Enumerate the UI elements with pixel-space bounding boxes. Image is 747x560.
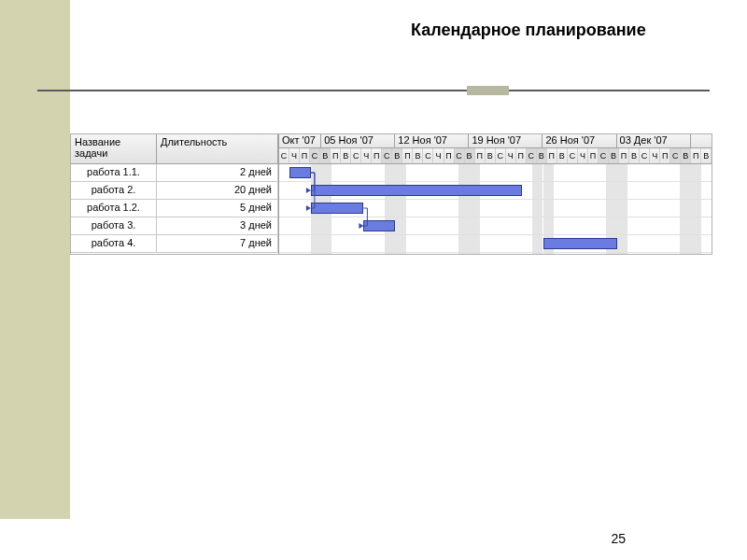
day-header: В (681, 148, 691, 163)
task-duration: 3 дней (157, 217, 278, 234)
week-header: 03 Дек '07 (617, 134, 691, 147)
day-header: В (701, 148, 712, 163)
task-row: работа 1.1.2 дней (71, 164, 278, 182)
day-header: В (609, 148, 619, 163)
day-header: П (475, 148, 486, 163)
day-header: В (465, 148, 475, 163)
day-header: С (351, 148, 361, 163)
task-duration: 7 дней (157, 235, 278, 252)
task-name: работа 4. (71, 235, 157, 252)
day-header: П (372, 148, 382, 163)
task-name: работа 1.1. (71, 164, 157, 181)
left-band (0, 0, 70, 519)
week-header: 12 Ноя '07 (395, 134, 469, 147)
task-name: работа 3. (71, 217, 157, 234)
chart-row (279, 235, 712, 253)
day-header: П (444, 148, 455, 163)
col-header-name: Название задачи (71, 134, 157, 164)
day-header: В (557, 148, 568, 163)
day-header: Ч (433, 148, 444, 163)
day-header: В (413, 148, 423, 163)
task-duration: 5 дней (157, 200, 278, 217)
page-number: 25 (611, 531, 626, 546)
week-header: 19 Ноя '07 (469, 134, 543, 147)
day-header: С (310, 148, 320, 163)
task-row: работа 4.7 дней (71, 235, 278, 253)
gantt-bar (363, 220, 395, 231)
chart-row (279, 217, 712, 235)
day-header: Ч (289, 148, 300, 163)
col-header-duration: Длительность (157, 134, 278, 164)
day-header: В (320, 148, 331, 163)
task-row: работа 3.3 дней (71, 217, 278, 235)
day-header: С (382, 148, 392, 163)
day-header: П (516, 148, 527, 163)
day-header: С (599, 148, 609, 163)
day-header: П (402, 148, 413, 163)
chart-row (279, 200, 712, 217)
day-header: С (568, 148, 578, 163)
divider-accent (467, 86, 509, 95)
page-title: Календарное планирование (411, 21, 646, 40)
day-header: Ч (506, 148, 516, 163)
day-header: С (279, 148, 289, 163)
day-header: В (392, 148, 402, 163)
gantt-bar (543, 238, 617, 249)
day-header: П (588, 148, 599, 163)
day-header: В (341, 148, 351, 163)
day-header: П (691, 148, 701, 163)
day-header: В (537, 148, 547, 163)
task-duration: 2 дней (157, 164, 278, 181)
chart-row (279, 164, 712, 182)
task-row: работа 1.2.5 дней (71, 200, 278, 217)
day-header: В (486, 148, 496, 163)
day-header: В (629, 148, 640, 163)
timeline-panel: Окт '0705 Ноя '0712 Ноя '0719 Ноя '0726 … (279, 134, 712, 254)
task-duration: 20 дней (157, 182, 278, 199)
day-header: П (660, 148, 670, 163)
day-header: С (640, 148, 650, 163)
gantt-bar (311, 185, 522, 196)
day-header: П (331, 148, 341, 163)
week-header: 05 Ноя '07 (321, 134, 395, 147)
gantt-chart: Название задачи Длительность работа 1.1.… (70, 133, 712, 255)
day-header: С (496, 148, 506, 163)
day-header: С (455, 148, 465, 163)
week-header: 26 Ноя '07 (543, 134, 616, 147)
day-header: С (670, 148, 681, 163)
day-header: С (527, 148, 537, 163)
task-row: работа 2.20 дней (71, 182, 278, 200)
day-header: П (619, 148, 629, 163)
day-header: Ч (361, 148, 372, 163)
day-header: П (547, 148, 557, 163)
gantt-bar (289, 167, 311, 178)
task-name: работа 2. (71, 182, 157, 199)
day-header: Ч (650, 148, 660, 163)
week-header: Окт '07 (279, 134, 321, 147)
gantt-bar (311, 203, 364, 214)
task-name: работа 1.2. (71, 200, 157, 217)
divider (37, 90, 710, 91)
day-header: Ч (578, 148, 588, 163)
task-panel: Название задачи Длительность работа 1.1.… (71, 134, 279, 254)
day-header: С (423, 148, 433, 163)
day-header: П (300, 148, 310, 163)
task-header: Название задачи Длительность (71, 134, 278, 164)
chart-row (279, 182, 712, 200)
